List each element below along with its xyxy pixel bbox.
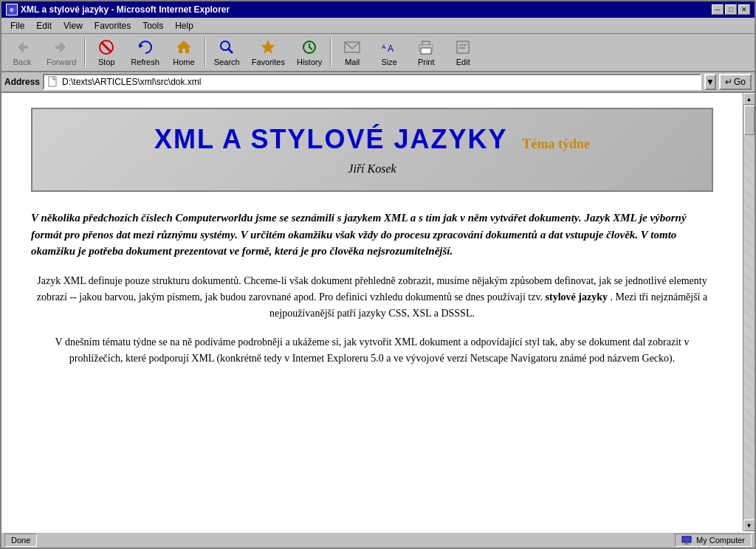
menu-bar: File Edit View Favorites Tools Help	[1, 18, 755, 34]
body-paragraph-2: V dnešním tématu týdne se na ně podíváme…	[31, 334, 713, 367]
address-input-wrapper	[43, 74, 701, 90]
stop-button[interactable]: Stop	[89, 35, 124, 69]
menu-edit[interactable]: Edit	[30, 18, 58, 33]
address-dropdown[interactable]: ▼	[704, 74, 716, 90]
bold-stylove-jazyky: stylové jazyky	[546, 291, 608, 303]
scrollbar: ▲ ▼	[743, 93, 755, 531]
forward-button[interactable]: Forward	[41, 35, 81, 69]
favorites-button[interactable]: Favorites	[247, 35, 290, 69]
refresh-button[interactable]: Refresh	[126, 35, 165, 69]
size-label: Size	[382, 58, 397, 66]
svg-marker-1	[55, 41, 66, 53]
search-icon	[218, 38, 236, 56]
svg-text:A: A	[388, 44, 394, 54]
scroll-down-button[interactable]: ▼	[743, 519, 755, 531]
size-button[interactable]: AA Size	[371, 35, 407, 69]
title-bar-left: e XML a stylové jazyky - Microsoft Inter…	[6, 4, 230, 15]
svg-line-3	[102, 43, 111, 52]
svg-marker-8	[261, 40, 275, 54]
home-label: Home	[173, 58, 194, 66]
back-icon	[13, 38, 31, 56]
refresh-icon	[137, 38, 154, 56]
favorites-icon	[259, 38, 277, 56]
main-title-line: XML A STYLOVÉ JAZYKY Téma týdne	[55, 124, 690, 155]
svg-rect-22	[682, 536, 691, 542]
page-icon	[47, 76, 59, 88]
tema-tydne: Téma týdne	[523, 137, 591, 151]
main-title: XML A STYLOVÉ JAZYKY	[154, 124, 508, 154]
edit-label: Edit	[456, 58, 470, 66]
mail-label: Mail	[345, 58, 360, 66]
svg-text:A: A	[382, 44, 386, 50]
zone-panel: My Computer	[675, 534, 752, 547]
print-button[interactable]: Print	[408, 35, 444, 69]
forward-label: Forward	[47, 58, 76, 66]
minimize-button[interactable]: ─	[712, 4, 724, 15]
home-button[interactable]: Home	[166, 35, 202, 69]
close-button[interactable]: ✕	[738, 4, 750, 15]
print-label: Print	[418, 58, 435, 66]
home-icon	[175, 38, 193, 56]
svg-marker-5	[176, 41, 191, 53]
search-label: Search	[214, 58, 240, 66]
page-content: XML A STYLOVÉ JAZYKY Téma týdne Jiří Kos…	[1, 93, 743, 531]
svg-rect-23	[685, 542, 688, 544]
status-text-panel: Done	[4, 534, 37, 547]
title-bar: e XML a stylové jazyky - Microsoft Inter…	[1, 1, 755, 18]
svg-marker-0	[18, 41, 28, 53]
stop-icon	[97, 38, 115, 56]
address-input[interactable]	[62, 77, 697, 87]
status-right: My Computer	[675, 534, 752, 547]
status-bar: Done My Computer	[1, 531, 755, 548]
maximize-button[interactable]: □	[725, 4, 737, 15]
menu-favorites[interactable]: Favorites	[89, 18, 137, 33]
edit-icon	[454, 38, 472, 56]
svg-rect-24	[684, 544, 690, 545]
scroll-track[interactable]	[743, 105, 755, 519]
scroll-thumb[interactable]	[744, 106, 755, 135]
zone-text: My Computer	[696, 536, 745, 545]
address-label: Address	[4, 77, 40, 87]
size-icon: AA	[380, 38, 398, 56]
status-left: Done	[4, 534, 37, 547]
ie-icon: e	[6, 4, 18, 15]
history-icon	[300, 38, 318, 56]
content-area: XML A STYLOVÉ JAZYKY Téma týdne Jiří Kos…	[1, 93, 755, 531]
svg-rect-18	[457, 41, 469, 53]
computer-icon	[681, 536, 693, 545]
svg-rect-21	[49, 77, 56, 86]
go-button[interactable]: ↵ Go	[719, 74, 752, 90]
menu-file[interactable]: File	[4, 18, 30, 33]
forward-icon	[52, 38, 70, 56]
status-text: Done	[11, 536, 30, 545]
body-paragraph-1: Jazyk XML definuje pouze strukturu dokum…	[31, 273, 713, 322]
toolbar-separator-2	[205, 38, 206, 67]
go-label: Go	[734, 77, 746, 87]
history-label: History	[297, 58, 322, 66]
scroll-up-button[interactable]: ▲	[743, 93, 755, 105]
search-button[interactable]: Search	[209, 35, 245, 69]
mail-icon	[343, 38, 361, 56]
author: Jiří Kosek	[55, 162, 690, 176]
menu-help[interactable]: Help	[169, 18, 199, 33]
mail-button[interactable]: Mail	[334, 35, 370, 69]
toolbar-separator-1	[84, 38, 86, 67]
toolbar-separator-3	[330, 38, 331, 67]
intro-paragraph: V několika předchozích číslech Computerw…	[31, 210, 713, 260]
address-bar: Address ▼ ↵ Go	[1, 72, 755, 93]
refresh-label: Refresh	[131, 58, 159, 66]
favorites-label: Favorites	[252, 58, 285, 66]
history-button[interactable]: History	[292, 35, 327, 69]
menu-tools[interactable]: Tools	[137, 18, 169, 33]
print-icon	[417, 38, 435, 56]
toolbar: Back Forward Stop Refresh Home Search	[1, 34, 755, 72]
back-button[interactable]: Back	[4, 35, 40, 69]
header-box: XML A STYLOVÉ JAZYKY Téma týdne Jiří Kos…	[31, 108, 713, 192]
menu-view[interactable]: View	[58, 18, 89, 33]
svg-line-7	[228, 49, 233, 53]
window-title: XML a stylové jazyky - Microsoft Interne…	[21, 4, 230, 15]
stop-label: Stop	[98, 58, 115, 66]
back-label: Back	[13, 58, 31, 66]
edit-button[interactable]: Edit	[445, 35, 481, 69]
title-bar-buttons[interactable]: ─ □ ✕	[712, 4, 750, 15]
